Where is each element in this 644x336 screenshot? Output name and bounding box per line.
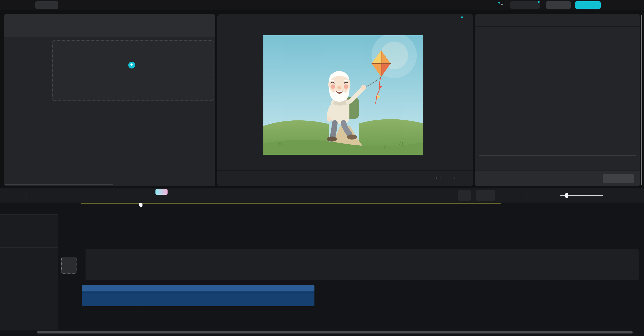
maximize-button[interactable] (619, 2, 624, 8)
media-panel-scrollbar[interactable] (5, 184, 113, 185)
split-icon[interactable] (71, 193, 77, 198)
select-linked-icon[interactable] (502, 193, 507, 198)
split-keep-left-icon[interactable] (87, 193, 93, 198)
share-icon (555, 3, 560, 8)
link-clips-icon[interactable] (478, 193, 484, 198)
audio-clip[interactable] (82, 285, 314, 306)
redo-icon[interactable] (58, 193, 64, 198)
timeline-ruler[interactable] (0, 203, 644, 214)
timeline-scrollbar[interactable] (37, 331, 633, 333)
ratio-row (475, 163, 640, 169)
delete-icon[interactable] (119, 193, 124, 198)
mask-icon[interactable] (135, 193, 141, 198)
preview-frame (263, 35, 423, 155)
player-header (217, 14, 473, 25)
audio-waveform (82, 292, 314, 306)
ruler-zoom-icon[interactable] (529, 193, 535, 198)
playhead-handle[interactable] (138, 203, 144, 210)
free-badge (155, 189, 168, 195)
fullscreen-icon[interactable] (463, 175, 469, 181)
draft-divider (479, 155, 636, 156)
plus-icon: + (128, 62, 135, 69)
layout-chevron-icon[interactable] (501, 4, 504, 6)
select-tool-chevron-icon[interactable] (16, 193, 20, 198)
frame-grid-icon[interactable] (285, 176, 292, 182)
undo-icon[interactable] (38, 193, 44, 198)
timeline (0, 188, 644, 336)
app-window: + (0, 0, 644, 336)
media-panel: + (4, 14, 215, 186)
modify-button[interactable] (603, 174, 634, 183)
timeline-zoom-handle[interactable] (565, 193, 568, 198)
draft-panel (475, 14, 640, 186)
player-menu-icon[interactable] (456, 17, 461, 22)
menu-button[interactable] (35, 1, 58, 9)
original-quality-button[interactable] (436, 177, 441, 179)
timeline-toolbar (0, 188, 644, 203)
empty-track[interactable] (86, 249, 639, 280)
select-linked-chevron-icon[interactable] (510, 193, 514, 198)
player-panel (217, 14, 473, 186)
select-tool-icon[interactable] (8, 193, 14, 198)
split-keep-right-icon[interactable] (103, 193, 108, 198)
track-headers (0, 214, 58, 330)
capcut-logo-icon (6, 2, 13, 8)
draft-panel-footer (475, 170, 640, 186)
timecode (221, 176, 224, 181)
chevron-down-icon (46, 3, 49, 7)
export-icon (585, 3, 590, 8)
layout-panels-icon[interactable] (491, 2, 499, 9)
layout-notification-dot (498, 2, 500, 4)
app-logo (6, 2, 15, 8)
focus-zoom-icon[interactable] (445, 175, 451, 181)
video-track (82, 219, 501, 246)
export-button[interactable] (575, 1, 601, 9)
play-button[interactable] (343, 175, 349, 182)
diamond-icon (522, 3, 527, 8)
close-button[interactable] (634, 2, 639, 8)
zoom-in-icon[interactable] (611, 193, 616, 198)
auto-snap-icon[interactable] (447, 193, 452, 198)
more-options-icon[interactable] (626, 193, 632, 198)
clip-range-indicator (81, 203, 501, 204)
shortcut-keys-icon[interactable] (476, 2, 484, 9)
panel-scrollbar[interactable] (641, 15, 642, 185)
ratio-button[interactable] (454, 177, 459, 179)
titlebar (0, 0, 644, 10)
zoom-out-icon[interactable] (546, 193, 552, 198)
player-menu-dot (461, 16, 463, 18)
link-chevron-icon[interactable] (487, 193, 491, 198)
media-sidebar (4, 37, 53, 186)
film-icon (93, 261, 99, 268)
media-tabstrip (4, 14, 215, 37)
import-dropzone[interactable]: + (52, 40, 214, 101)
audio-clip-name (82, 285, 314, 291)
svip-notification-dot (538, 1, 540, 3)
expand-tabs-button[interactable] (206, 22, 212, 29)
svip-button[interactable] (510, 1, 540, 9)
record-voiceover-icon[interactable] (426, 193, 431, 198)
cover-button[interactable] (61, 257, 76, 274)
minimize-button[interactable] (604, 2, 609, 8)
player-controls (217, 170, 473, 186)
preview-artwork (263, 35, 423, 155)
playhead[interactable] (141, 203, 141, 330)
share-button[interactable] (546, 1, 571, 9)
preview-axis-icon[interactable] (462, 193, 467, 198)
